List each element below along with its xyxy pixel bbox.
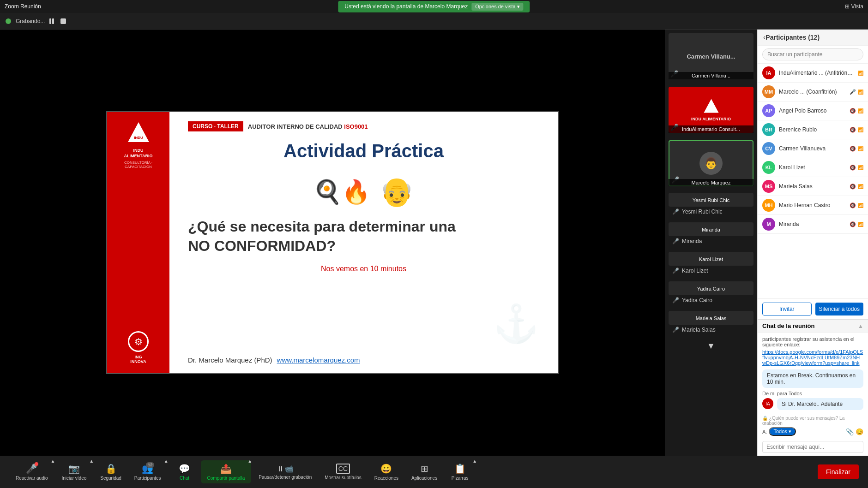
avatar-mm: MM — [762, 85, 775, 98]
view-options-button[interactable]: Opciones de vista ▾ — [471, 3, 524, 11]
chat-message-text: participantes registrar su asistencia en… — [762, 336, 863, 347]
participant-search-input[interactable] — [762, 48, 863, 60]
pause-recording-button[interactable] — [49, 18, 56, 24]
participant-icons-ia: 📶 — [858, 71, 863, 76]
food-emoji: 🍳🔥 — [313, 179, 370, 205]
yesmi-name: Yesmi Rubi Chic — [682, 208, 723, 215]
slide-container: INDU INDU ALIMENTARIO CONSULTORÍA · CAPA… — [0, 30, 665, 456]
chat-messages[interactable]: participantes registrar su asistencia en… — [758, 333, 868, 425]
participant-name-kl: Karol Lizet — [779, 164, 846, 171]
whiteboards-button[interactable]: 📋 Pizarras — [444, 460, 476, 483]
wifi-icon: 📶 — [858, 108, 863, 113]
participants-arrow[interactable]: ▲ — [164, 456, 169, 464]
mic-on-icon: 🎤 — [850, 89, 856, 95]
audio-icon: 🎤 — [26, 463, 37, 474]
list-item: MM Marcelo ... (Coanfitrión) 🎤 📶 — [758, 83, 868, 101]
chat-input[interactable] — [762, 441, 863, 453]
share-arrow[interactable]: ▲ — [247, 456, 252, 464]
gear-logo-icon: ⚙ — [128, 331, 149, 352]
participant-icons-ms: 🔇 📶 — [850, 184, 863, 190]
slide-wrapper: INDU INDU ALIMENTARIO CONSULTORÍA · CAPA… — [0, 30, 665, 456]
mariela-name: Mariela Salas — [682, 327, 716, 333]
file-attach-icon[interactable]: 📎 — [846, 428, 854, 435]
video-button[interactable]: 📷 Iniciar vídeo — [55, 460, 93, 483]
thumb-induali: INDU ALIMENTARIO 🎤 InduAlimentario Consu… — [665, 83, 757, 137]
mic-off-icon: 🔇 — [850, 165, 856, 171]
mute-all-button[interactable]: Silenciar a todos — [815, 303, 864, 315]
show-more-button[interactable]: ▼ — [707, 341, 715, 351]
svg-marker-2 — [704, 99, 718, 113]
participants-button[interactable]: 👥12 Participantes — [128, 460, 168, 483]
participant-name-m: Miranda — [779, 221, 846, 227]
participant-name-mh: Mario Hernan Castro — [779, 202, 846, 208]
wifi-icon: 📶 — [858, 184, 863, 189]
invite-button[interactable]: Invitar — [762, 303, 812, 315]
chat-label: Chat — [180, 476, 189, 481]
avatar-cv: CV — [762, 142, 775, 155]
participant-list: IA InduAlimentario ... (Anfitrión, yo) 📶… — [758, 64, 868, 298]
emoji-icon[interactable]: 😊 — [856, 428, 863, 435]
participants-count-badge: 12 — [146, 462, 154, 468]
titlebar: Zoom Reunión Usted está viendo la pantal… — [0, 0, 868, 13]
list-item: CV Carmen Villanueva 🔇 📶 — [758, 139, 868, 158]
vista-button[interactable]: ⊞ Vista — [845, 3, 863, 10]
record-icon: ⏸📹 — [277, 464, 294, 473]
participant-name-ia: InduAlimentario ... (Anfitrión, yo) — [779, 70, 854, 76]
record-button[interactable]: ⏸📹 Pausar/detener grabación — [252, 462, 318, 482]
thumb-induali-name: InduAlimentario Consult... — [669, 125, 753, 133]
mariela-mic-icon: 🎤 — [672, 327, 679, 333]
stop-recording-button[interactable] — [60, 18, 66, 24]
audio-button[interactable]: 🎤 Reactivar audio — [9, 460, 54, 483]
list-item: MS Mariela Salas 🔇 📶 — [758, 177, 868, 196]
chat-link[interactable]: https://docs.google.com/forms/d/e/1FAlpQ… — [762, 349, 863, 366]
audio-arrow[interactable]: ▲ — [50, 456, 55, 464]
wifi-icon: 📶 — [858, 165, 863, 170]
yesmi-label-area: Yesmi Rubi Chic 🎤 Yesmi Rubi Chic — [665, 190, 757, 220]
video-arrow[interactable]: ▲ — [89, 456, 94, 464]
participants-icon: 👥12 — [142, 463, 153, 474]
app-title: Zoom Reunión — [5, 3, 41, 10]
yadira-item: 🎤 Yadira Cairo — [669, 295, 753, 305]
list-item: IA InduAlimentario ... (Anfitrión, yo) 📶 — [758, 64, 868, 83]
slide-website[interactable]: www.marcelomarquez.com — [277, 356, 360, 364]
participant-icons-cv: 🔇 📶 — [850, 146, 863, 152]
slide-footer: Dr. Marcelo Marquez (PhD) www.marcelomar… — [188, 356, 549, 364]
participant-name-br: Berenice Rubio — [779, 126, 846, 133]
participant-search-container — [758, 46, 868, 64]
end-meeting-button[interactable]: Finalizar — [818, 464, 859, 479]
mariela-label: Mariela Salas — [669, 311, 753, 325]
slide-main: CURSO · TALLER AUDITOR INTERNO DE CALIDA… — [169, 112, 558, 373]
avatar-mh: MH — [762, 199, 775, 212]
whiteboards-arrow[interactable]: ▲ — [472, 456, 477, 464]
chat-collapse-icon[interactable]: ▲ — [858, 323, 863, 329]
participant-icons-br: 🔇 📶 — [850, 127, 863, 133]
wifi-icon: 📶 — [858, 89, 863, 95]
miranda-label-area: Miranda 🎤 Miranda — [665, 220, 757, 249]
captions-button[interactable]: CC Mostrar subtítulos — [318, 461, 368, 483]
reactions-button[interactable]: 😀 Reacciones — [368, 460, 405, 483]
share-screen-button[interactable]: 📤 Compartir pantalla — [201, 460, 252, 483]
list-item: KL Karol Lizet 🔇 📶 — [758, 158, 868, 177]
share-label: Compartir pantalla — [207, 476, 245, 481]
mic-off-icon: 🔇 — [850, 127, 856, 133]
security-button[interactable]: 🔒 Seguridad — [94, 460, 128, 483]
miranda-name: Miranda — [682, 238, 702, 244]
yadira-mic-icon: 🎤 — [672, 297, 679, 304]
security-label: Seguridad — [100, 476, 121, 481]
list-item: MH Mario Hernan Castro 🔇 📶 — [758, 196, 868, 215]
slide-author: Dr. Marcelo Marquez (PhD) — [188, 356, 272, 364]
more-btn-area: ▼ — [665, 338, 757, 355]
slide-subtitle: Nos vemos en 10 minutos — [188, 265, 539, 273]
participants-label: Participantes — [134, 476, 161, 481]
toolbar: 🎤 Reactivar audio ▲ 📷 Iniciar vídeo ▲ 🔒 … — [0, 456, 868, 488]
toolbar-end: Finalizar — [818, 464, 859, 479]
participant-name-ap: Angel Polo Barroso — [779, 107, 846, 114]
apps-button[interactable]: ⊞ Aplicaciones — [405, 460, 444, 483]
chat-header: Chat de la reunión ▲ — [758, 320, 868, 333]
karol-label: Karol Lizet — [669, 252, 753, 266]
participants-title: Participantes (12) — [766, 34, 862, 41]
chat-button[interactable]: 💬 Chat — [169, 460, 201, 483]
todos-dropdown[interactable]: Todos ▾ — [769, 427, 796, 436]
participant-name-ms: Mariela Salas — [779, 183, 846, 190]
svg-text:INDU: INDU — [134, 136, 143, 140]
